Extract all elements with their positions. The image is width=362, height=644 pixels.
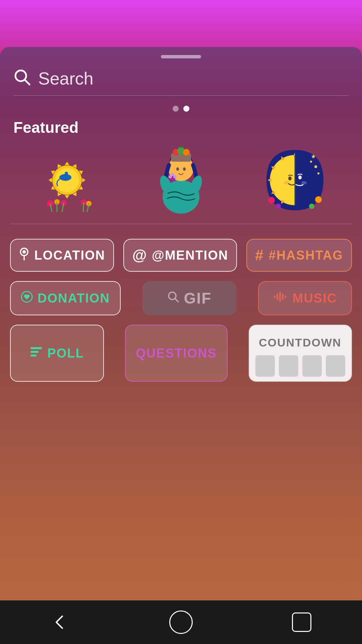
square-icon xyxy=(292,612,311,632)
nav-bar xyxy=(0,600,362,644)
svg-rect-75 xyxy=(31,347,42,349)
bars-icon xyxy=(30,346,43,361)
waveform-icon xyxy=(273,291,288,306)
location-label: LOCATION xyxy=(34,248,105,263)
poll-button[interactable]: POLL xyxy=(10,325,104,382)
featured-label: Featured xyxy=(13,118,349,137)
dot-1 xyxy=(173,106,179,112)
svg-point-31 xyxy=(176,167,179,171)
gif-label: GIF xyxy=(184,289,212,307)
sticker-buttons-row2: DONATION GIF MUSIC xyxy=(10,281,352,315)
bottom-sheet: Featured xyxy=(0,47,362,644)
svg-point-32 xyxy=(183,167,186,171)
questions-button[interactable]: QUESTIONS xyxy=(125,325,228,382)
svg-point-54 xyxy=(298,175,302,179)
at-icon: @ xyxy=(132,247,147,264)
music-label: MUSIC xyxy=(293,291,337,306)
hashtag-label: #HASHTAG xyxy=(269,248,343,263)
svg-rect-71 xyxy=(277,293,278,300)
svg-point-18 xyxy=(65,172,68,175)
svg-marker-12 xyxy=(49,178,52,182)
back-button[interactable] xyxy=(44,609,77,636)
music-button[interactable]: MUSIC xyxy=(258,281,352,315)
gif-button[interactable]: GIF xyxy=(142,281,236,315)
heart-circle-icon xyxy=(21,291,33,306)
svg-point-38 xyxy=(183,149,190,156)
svg-point-51 xyxy=(288,176,292,180)
poll-label: POLL xyxy=(47,346,84,361)
home-button[interactable] xyxy=(164,609,198,636)
svg-point-58 xyxy=(310,161,312,163)
svg-point-42 xyxy=(171,173,174,176)
mention-label: @MENTION xyxy=(152,248,228,263)
svg-point-63 xyxy=(309,204,314,209)
svg-point-55 xyxy=(301,181,307,184)
donation-label: DONATION xyxy=(38,291,110,306)
countdown-label: COUNTDOWN xyxy=(249,330,351,352)
hashtag-button[interactable]: # #HASHTAG xyxy=(246,239,352,272)
svg-rect-76 xyxy=(31,351,39,353)
svg-point-59 xyxy=(317,172,319,174)
search-icon xyxy=(13,68,31,89)
countdown-blocks xyxy=(249,355,351,377)
svg-line-69 xyxy=(175,299,178,302)
svg-rect-70 xyxy=(274,296,276,298)
pin-icon xyxy=(19,248,29,263)
svg-point-61 xyxy=(315,196,322,203)
sticker-buttons-row1: LOCATION @ @MENTION # #HASHTAG xyxy=(10,239,352,272)
countdown-block-4 xyxy=(326,355,345,377)
countdown-block-2 xyxy=(279,355,298,377)
countdown-block-1 xyxy=(255,355,275,377)
svg-point-62 xyxy=(276,204,281,209)
featured-grid xyxy=(10,147,352,224)
svg-line-27 xyxy=(83,202,84,212)
location-button[interactable]: LOCATION xyxy=(10,239,114,272)
svg-point-66 xyxy=(22,250,26,254)
drag-handle[interactable] xyxy=(161,55,201,58)
svg-marker-6 xyxy=(82,178,85,182)
svg-marker-9 xyxy=(65,195,69,199)
countdown-block-3 xyxy=(302,355,322,377)
hash-icon: # xyxy=(255,247,264,264)
gif-search-icon xyxy=(167,291,179,306)
home-circle-icon xyxy=(169,610,193,634)
search-input[interactable] xyxy=(38,68,349,89)
page-dots xyxy=(0,106,362,112)
dot-2 xyxy=(183,106,189,112)
recents-button[interactable] xyxy=(285,609,318,636)
svg-rect-74 xyxy=(285,296,286,298)
search-bar xyxy=(13,68,349,96)
sun-moon-sticker[interactable] xyxy=(261,147,328,214)
svg-rect-77 xyxy=(31,355,37,357)
svg-point-57 xyxy=(314,165,317,168)
svg-point-52 xyxy=(284,181,289,184)
questions-label: QUESTIONS xyxy=(136,346,217,361)
donation-button[interactable]: DONATION xyxy=(10,281,121,315)
countdown-button[interactable]: COUNTDOWN xyxy=(249,325,352,382)
mention-button[interactable]: @ @MENTION xyxy=(123,239,237,272)
woman-sticker[interactable] xyxy=(147,147,215,214)
svg-point-60 xyxy=(268,197,275,204)
sticker-buttons-row3: POLL QUESTIONS COUNTDOWN xyxy=(10,325,352,382)
svg-line-1 xyxy=(25,80,29,85)
status-bar xyxy=(0,0,362,47)
svg-marker-3 xyxy=(65,162,69,165)
sun-bird-sticker[interactable] xyxy=(34,147,101,214)
svg-rect-72 xyxy=(279,291,281,302)
svg-rect-73 xyxy=(282,293,284,300)
